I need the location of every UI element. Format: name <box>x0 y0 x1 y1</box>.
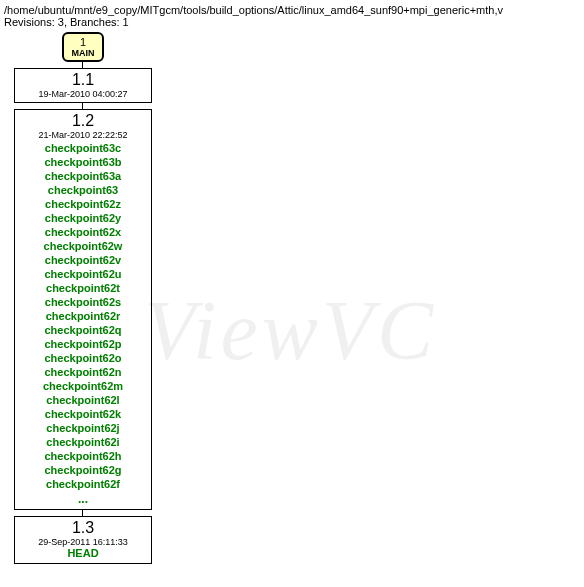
revision-date: 29-Sep-2011 16:11:33 <box>15 537 151 547</box>
revision-tag: checkpoint62g <box>44 463 121 477</box>
revision-tag: checkpoint62f <box>46 477 120 491</box>
revision-tag: checkpoint62i <box>46 435 119 449</box>
revision-date: 21-Mar-2010 22:22:52 <box>15 130 151 140</box>
revision-tag: checkpoint62v <box>45 253 121 267</box>
revision-tag: checkpoint62z <box>45 197 121 211</box>
revision-tag: checkpoint63b <box>44 155 121 169</box>
revision-tag: checkpoint62h <box>44 449 121 463</box>
revision-tag: checkpoint63 <box>48 183 118 197</box>
revision-tag: checkpoint62s <box>45 295 121 309</box>
revision-tag: checkpoint62k <box>45 407 121 421</box>
tags-ellipsis: ... <box>15 492 151 506</box>
revision-date: 19-Mar-2010 04:00:27 <box>15 89 151 99</box>
revision-tag: checkpoint62y <box>45 211 121 225</box>
branch-main-node: 1 MAIN <box>62 32 104 62</box>
revision-tag: checkpoint63a <box>45 169 121 183</box>
revision-tags: checkpoint63ccheckpoint63bcheckpoint63ac… <box>15 141 151 491</box>
file-path: /home/ubuntu/mnt/e9_copy/MITgcm/tools/bu… <box>4 4 580 16</box>
revision-number: 1.1 <box>15 71 151 89</box>
revision-node: 1.221-Mar-2010 22:22:52checkpoint63cchec… <box>14 109 152 510</box>
revision-tag: checkpoint62l <box>46 393 119 407</box>
revision-tag: checkpoint63c <box>45 141 121 155</box>
revision-tag: checkpoint62j <box>46 421 119 435</box>
revision-tag: checkpoint62n <box>44 365 121 379</box>
revision-graph: ViewVC 1 MAIN 1.119-Mar-2010 04:00:271.2… <box>4 32 204 564</box>
branch-number: 1 <box>67 36 99 48</box>
revision-tag: checkpoint62u <box>44 267 121 281</box>
revision-tag: checkpoint62t <box>46 281 120 295</box>
branch-label: MAIN <box>67 48 99 58</box>
revision-tag: checkpoint62m <box>43 379 123 393</box>
revision-tag: checkpoint62r <box>46 309 121 323</box>
revision-number: 1.3 <box>15 519 151 537</box>
revision-node: 1.119-Mar-2010 04:00:27 <box>14 68 152 103</box>
revision-tag: checkpoint62w <box>44 239 123 253</box>
revision-node: 1.329-Sep-2011 16:11:33HEAD <box>14 516 152 564</box>
revisions-summary: Revisions: 3, Branches: 1 <box>4 16 580 28</box>
revision-tag: checkpoint62o <box>44 351 121 365</box>
revision-head-label: HEAD <box>15 547 151 560</box>
revision-number: 1.2 <box>15 112 151 130</box>
revision-tag: checkpoint62x <box>45 225 121 239</box>
revision-tag: checkpoint62p <box>44 337 121 351</box>
revision-tag: checkpoint62q <box>44 323 121 337</box>
